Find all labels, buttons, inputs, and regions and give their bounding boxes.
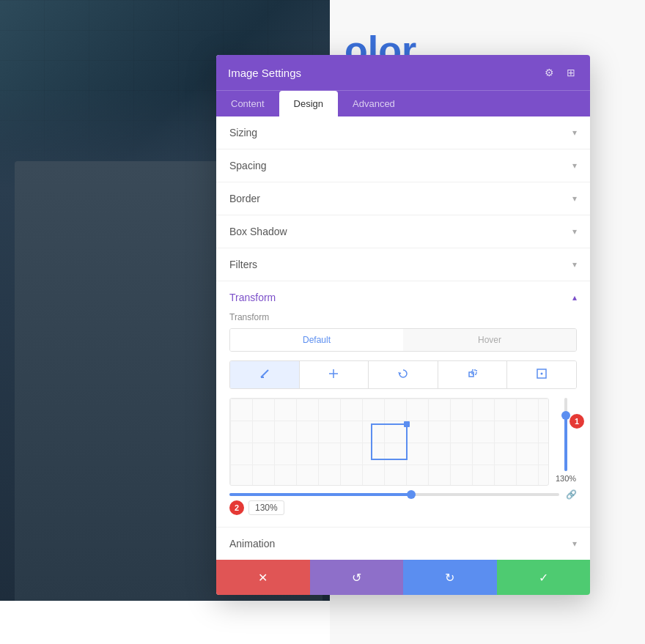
- svg-point-7: [541, 373, 543, 375]
- section-spacing-label: Spacing: [229, 160, 267, 171]
- transform-inner-label: Transform: [229, 312, 577, 322]
- section-animation[interactable]: Animation ▾: [216, 528, 590, 560]
- section-transform: Transform ▴ Transform Default Hover: [216, 281, 590, 528]
- h-slider-fill: [229, 493, 411, 496]
- modal-tabs: Content Design Advanced: [216, 90, 590, 116]
- tool-scale[interactable]: [438, 361, 508, 388]
- tab-advanced[interactable]: Advanced: [338, 91, 410, 116]
- icon-toolbar: [229, 360, 577, 389]
- v-slider-label: 130%: [556, 474, 576, 483]
- save-button[interactable]: ✓: [497, 560, 591, 595]
- section-sizing-chevron: ▾: [572, 127, 577, 138]
- h-slider-thumb[interactable]: [407, 490, 416, 499]
- section-spacing[interactable]: Spacing ▾: [216, 149, 590, 182]
- modal-content: Sizing ▾ Spacing ▾ Border ▾ Box Shadow ▾…: [216, 116, 590, 560]
- state-tabs: Default Hover: [229, 328, 577, 352]
- tool-skew[interactable]: [230, 361, 300, 388]
- image-settings-modal: Image Settings ⚙ ⊞ Content Design Advanc…: [216, 55, 590, 595]
- section-box-shadow[interactable]: Box Shadow ▾: [216, 215, 590, 248]
- transform-canvas-wrapper: 130% 1: [229, 398, 577, 486]
- h-slider-value-tag: 130%: [248, 500, 284, 515]
- section-spacing-chevron: ▾: [572, 160, 577, 171]
- section-filters-label: Filters: [229, 259, 257, 270]
- badge-2-wrapper: 2 130%: [229, 500, 577, 515]
- section-border[interactable]: Border ▾: [216, 182, 590, 215]
- state-tab-default[interactable]: Default: [230, 329, 403, 351]
- tool-origin[interactable]: [507, 361, 576, 388]
- badge-1: 1: [570, 414, 584, 429]
- section-sizing[interactable]: Sizing ▾: [216, 116, 590, 149]
- expand-icon[interactable]: ⊞: [564, 65, 578, 80]
- slider-link-icon[interactable]: 🔗: [566, 489, 577, 500]
- modal-header: Image Settings ⚙ ⊞: [216, 55, 590, 90]
- header-icons: ⚙ ⊞: [542, 65, 578, 80]
- section-box-shadow-label: Box Shadow: [229, 226, 287, 237]
- undo-button[interactable]: ↺: [310, 560, 404, 595]
- section-border-label: Border: [229, 193, 260, 204]
- transform-header[interactable]: Transform ▴: [229, 281, 577, 312]
- tool-translate[interactable]: [300, 361, 369, 388]
- transform-canvas: [229, 398, 549, 486]
- modal-title: Image Settings: [228, 67, 301, 79]
- settings-icon[interactable]: ⚙: [542, 65, 556, 80]
- svg-line-0: [261, 370, 268, 377]
- h-slider-wrapper: 🔗: [229, 493, 577, 496]
- section-border-chevron: ▾: [572, 193, 577, 204]
- tab-content[interactable]: Content: [216, 91, 279, 116]
- section-box-shadow-chevron: ▾: [572, 226, 577, 237]
- tab-design[interactable]: Design: [279, 91, 338, 116]
- cancel-button[interactable]: ✕: [216, 560, 310, 595]
- section-filters[interactable]: Filters ▾: [216, 248, 590, 281]
- section-animation-label: Animation: [229, 538, 275, 549]
- v-slider-thumb[interactable]: [561, 411, 570, 420]
- tool-rotate[interactable]: [369, 361, 438, 388]
- section-sizing-label: Sizing: [229, 127, 257, 138]
- state-tab-hover[interactable]: Hover: [403, 329, 576, 351]
- v-slider-track[interactable]: [564, 398, 567, 471]
- transform-chevron: ▴: [572, 292, 577, 303]
- h-slider-track[interactable]: [229, 493, 559, 496]
- section-animation-chevron: ▾: [572, 538, 577, 549]
- bottom-toolbar: ✕ ↺ ↻ ✓: [216, 560, 590, 595]
- transform-title: Transform: [229, 292, 276, 303]
- badge-2: 2: [229, 500, 244, 515]
- transform-preview-box: [371, 423, 408, 460]
- redo-button[interactable]: ↻: [403, 560, 497, 595]
- v-slider-fill: [564, 416, 567, 471]
- v-slider-container: 130% 1: [555, 398, 577, 486]
- section-filters-chevron: ▾: [572, 259, 577, 270]
